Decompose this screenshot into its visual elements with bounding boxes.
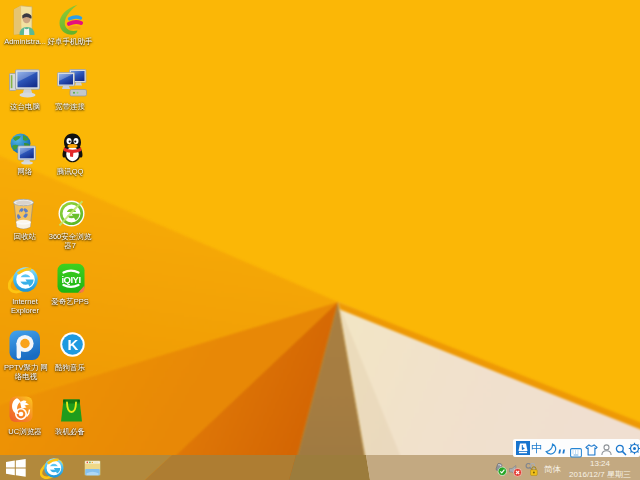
svg-text:iQIYI: iQIYI: [61, 274, 80, 285]
svg-text:K: K: [67, 336, 78, 353]
